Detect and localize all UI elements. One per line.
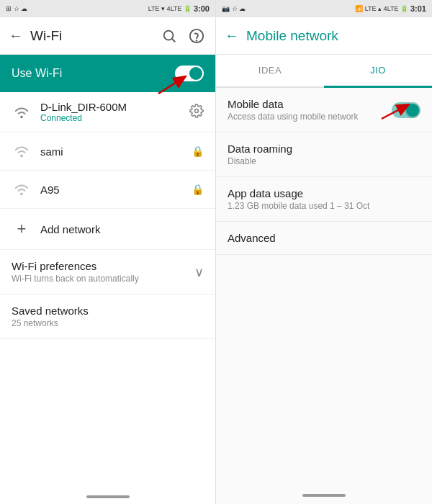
advanced-item[interactable]: Advanced bbox=[216, 222, 432, 255]
dlink-info: D-Link_DIR-600M Connected bbox=[40, 101, 181, 123]
left-signal-icons: ⊞ ☆ ☁ bbox=[6, 5, 27, 12]
sami-lock-icon: 🔒 bbox=[192, 145, 204, 157]
left-status-bar: ⊞ ☆ ☁ LTE ▾ 4LTE 🔋 3:00 bbox=[0, 0, 215, 17]
app-data-usage-text: App data usage 1.23 GB mobile data used … bbox=[228, 187, 420, 211]
wifi-toggle[interactable] bbox=[175, 66, 204, 81]
right-home-indicator bbox=[216, 490, 432, 504]
left-time: 3:00 bbox=[194, 4, 210, 13]
right-signal-icons: 📷 ☆ ☁ bbox=[222, 5, 246, 12]
mobile-network-title: Mobile network bbox=[246, 28, 423, 44]
mobile-network-panel: 📷 ☆ ☁ 📶 LTE ▴ 4LTE 🔋 3:01 ← Mobile netwo… bbox=[216, 0, 432, 504]
data-roaming-item[interactable]: Data roaming Disable bbox=[216, 132, 432, 177]
wifi-preferences-subtitle: Wi-Fi turns back on automatically bbox=[12, 274, 186, 284]
left-home-bar bbox=[86, 495, 130, 498]
data-roaming-text: Data roaming Disable bbox=[228, 143, 420, 166]
mobile-network-app-bar: ← Mobile network bbox=[216, 17, 432, 55]
left-status-right: LTE ▾ 4LTE 🔋 3:00 bbox=[148, 4, 210, 13]
svg-point-3 bbox=[197, 40, 197, 40]
wifi-search-icon[interactable] bbox=[159, 26, 179, 46]
mobile-data-title: Mobile data bbox=[228, 98, 392, 110]
right-status-right: 📶 LTE ▴ 4LTE 🔋 3:01 bbox=[355, 4, 426, 13]
saved-networks-item[interactable]: Saved networks 25 networks bbox=[0, 294, 215, 339]
tab-idea[interactable]: IDEA bbox=[216, 55, 324, 86]
wifi-preferences-text: Wi-Fi preferences Wi-Fi turns back on au… bbox=[12, 260, 186, 284]
saved-networks-text: Saved networks 25 networks bbox=[12, 305, 204, 328]
wifi-title: Wi-Fi bbox=[30, 28, 152, 44]
app-data-usage-title: App data usage bbox=[228, 187, 420, 199]
wifi-back-button[interactable]: ← bbox=[9, 27, 23, 44]
wifi-panel: ⊞ ☆ ☁ LTE ▾ 4LTE 🔋 3:00 ← Wi-Fi Use Wi-F… bbox=[0, 0, 216, 504]
right-home-bar bbox=[302, 494, 346, 497]
use-wifi-label: Use Wi-Fi bbox=[12, 67, 62, 80]
mobile-network-tabs: IDEA JIO bbox=[216, 55, 432, 88]
dlink-gear-icon[interactable] bbox=[189, 104, 204, 121]
add-network-icon: + bbox=[12, 219, 32, 239]
left-status-icons-left: ⊞ ☆ ☁ bbox=[6, 5, 27, 12]
a95-lock-icon: 🔒 bbox=[192, 184, 204, 195]
data-roaming-subtitle: Disable bbox=[228, 156, 420, 166]
mobile-data-text: Mobile data Access data using mobile net… bbox=[228, 98, 392, 122]
wifi-app-bar: ← Wi-Fi bbox=[0, 17, 215, 55]
right-status-icons-left: 📷 ☆ ☁ bbox=[222, 5, 246, 12]
mobile-network-back-button[interactable]: ← bbox=[225, 27, 239, 44]
wifi-preferences-chevron: ∨ bbox=[194, 264, 204, 280]
right-status-bar: 📷 ☆ ☁ 📶 LTE ▴ 4LTE 🔋 3:01 bbox=[216, 0, 432, 17]
left-home-indicator bbox=[0, 490, 215, 504]
mobile-data-toggle[interactable] bbox=[392, 102, 420, 118]
tab-jio[interactable]: JIO bbox=[324, 55, 432, 88]
saved-networks-title: Saved networks bbox=[12, 305, 204, 317]
add-network-label: Add network bbox=[40, 223, 100, 235]
data-roaming-title: Data roaming bbox=[228, 143, 420, 155]
left-network-icons: LTE ▾ 4LTE 🔋 bbox=[148, 5, 192, 12]
dlink-name: D-Link_DIR-600M bbox=[40, 101, 181, 113]
svg-point-0 bbox=[164, 30, 174, 40]
svg-line-1 bbox=[172, 39, 175, 42]
wifi-help-icon[interactable] bbox=[186, 26, 207, 46]
dlink-status: Connected bbox=[40, 113, 181, 123]
right-time: 3:01 bbox=[410, 4, 426, 13]
wifi-preferences-title: Wi-Fi preferences bbox=[12, 260, 186, 272]
a95-name: A95 bbox=[40, 184, 183, 196]
wifi-preferences-item[interactable]: Wi-Fi preferences Wi-Fi turns back on au… bbox=[0, 250, 215, 294]
network-item-dlink[interactable]: D-Link_DIR-600M Connected bbox=[0, 92, 215, 132]
mobile-data-item[interactable]: Mobile data Access data using mobile net… bbox=[216, 88, 432, 132]
add-network-item[interactable]: + Add network bbox=[0, 209, 215, 250]
a95-info: A95 bbox=[40, 184, 183, 196]
advanced-title: Advanced bbox=[228, 232, 420, 244]
network-item-a95[interactable]: A95 🔒 bbox=[0, 171, 215, 209]
network-item-sami[interactable]: sami 🔒 bbox=[0, 132, 215, 171]
app-data-usage-item[interactable]: App data usage 1.23 GB mobile data used … bbox=[216, 177, 432, 222]
app-data-usage-subtitle: 1.23 GB mobile data used 1 – 31 Oct bbox=[228, 201, 420, 211]
svg-point-4 bbox=[195, 109, 199, 112]
sami-name: sami bbox=[40, 145, 183, 158]
wifi-signal-icon-dlink bbox=[12, 102, 32, 122]
saved-networks-subtitle: 25 networks bbox=[12, 318, 204, 328]
wifi-signal-icon-sami bbox=[12, 141, 32, 161]
advanced-text: Advanced bbox=[228, 232, 420, 244]
mobile-data-subtitle: Access data using mobile network bbox=[228, 112, 392, 122]
sami-info: sami bbox=[40, 145, 183, 158]
use-wifi-row[interactable]: Use Wi-Fi bbox=[0, 55, 215, 92]
right-network-icons: 📶 LTE ▴ 4LTE 🔋 bbox=[355, 5, 408, 12]
wifi-signal-icon-a95 bbox=[12, 179, 32, 199]
